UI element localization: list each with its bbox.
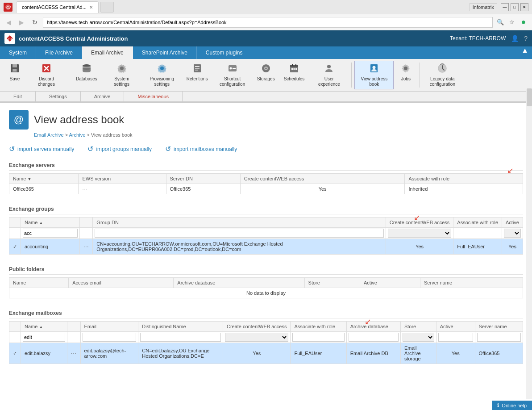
import-servers-label: import servers manually (17, 146, 74, 152)
svg-rect-25 (290, 65, 298, 67)
storages-button[interactable]: Storages (253, 61, 279, 84)
refresh-button[interactable]: ↻ (29, 18, 40, 27)
provisioning-settings-label: Provisioning settings (146, 76, 178, 87)
view-address-book-button[interactable]: View address book (354, 61, 394, 89)
save-button[interactable]: Save (4, 61, 26, 84)
mb-filter-store-select[interactable] (403, 333, 434, 342)
server-name: Office365 (9, 184, 79, 194)
main-nav: System File Archive Email Archive ShareP… (0, 46, 532, 59)
retentions-button[interactable]: Retentions (183, 61, 212, 84)
col-pf-active: Active (360, 278, 420, 288)
mb-filter-dn (138, 332, 223, 343)
mb-filter-access-select[interactable] (225, 333, 289, 342)
import-groups-button[interactable]: ↺ import groups manually (87, 145, 152, 153)
save-label: Save (10, 76, 20, 82)
group-more-btn[interactable]: ··· (83, 244, 89, 249)
nav-tab-sharepoint[interactable]: SharePoint Archive (133, 46, 197, 59)
table-row[interactable]: ✓ edit.balazsy ··· edit.balazsy@tech-arr… (9, 343, 523, 364)
jobs-button[interactable]: Jobs (395, 61, 417, 84)
online-help-bar[interactable]: ℹ Online help (492, 401, 532, 410)
page-header-icon: @ (9, 110, 29, 130)
breadcrumb-email-archive[interactable]: Email Archive (34, 132, 64, 138)
public-folders-title: Public folders (9, 266, 523, 275)
nav-tab-custom-plugins[interactable]: Custom plugins (197, 46, 252, 59)
mb-filter-email-input[interactable] (83, 333, 137, 342)
maximize-btn[interactable]: □ (511, 3, 519, 11)
group-check: ✓ (9, 239, 21, 255)
user-experience-button[interactable]: User experience (309, 61, 349, 89)
mb-filter-active-input[interactable] (438, 333, 473, 342)
tenant-label: Tenant: TECH-ARROW (450, 35, 506, 42)
save-icon (9, 63, 20, 75)
page-content: @ View address book Email Archive > Arch… (0, 103, 532, 410)
nav-tab-file-archive[interactable]: File Archive (36, 46, 82, 59)
system-settings-button[interactable]: System settings (102, 61, 141, 89)
mb-filter-db-input[interactable] (349, 333, 399, 342)
shortcut-config-label: Shortcut configuration (217, 76, 248, 87)
mb-more-btn[interactable]: ··· (71, 351, 76, 356)
green-circle-icon[interactable]: ● (519, 17, 528, 27)
mb-filter-check (9, 332, 21, 343)
filter-dn-input[interactable] (95, 229, 383, 238)
discard-changes-button[interactable]: Discard changes (27, 61, 66, 89)
schedules-button[interactable]: Schedules (280, 61, 309, 84)
toolbar: Save Discard changes Databases System se… (0, 59, 532, 92)
breadcrumb-archive[interactable]: Archive (69, 132, 86, 138)
svg-rect-26 (292, 64, 293, 66)
mb-active: Yes (436, 343, 475, 364)
svg-rect-7 (13, 69, 17, 71)
expand-icon[interactable]: ▲ (518, 46, 532, 59)
mb-filter-dn-input[interactable] (140, 333, 221, 342)
legacy-data-config-button[interactable]: Legacy data configuration (423, 61, 462, 89)
mb-filter-name (21, 332, 67, 343)
shortcut-config-button[interactable]: Shortcut configuration (213, 61, 252, 89)
col-name-servers: Name ▼ (9, 174, 79, 184)
tab-close-icon[interactable]: ✕ (89, 5, 93, 10)
forward-button[interactable]: ▶ (17, 18, 27, 27)
provisioning-settings-button[interactable]: Provisioning settings (142, 61, 182, 89)
mb-email: edit.balazsy@tech-arrow.com (80, 343, 138, 364)
nav-tab-system[interactable]: System (0, 46, 36, 59)
close-btn[interactable]: ✕ (520, 3, 528, 11)
exchange-mailboxes-title: Exchange mailboxes (9, 310, 523, 318)
table-row[interactable]: ✓ accounting ··· CN=accounting,OU=TECHAR… (9, 239, 523, 255)
toolbar-area: Save Discard changes Databases System se… (0, 59, 532, 103)
mb-filter-role-input[interactable] (292, 333, 344, 342)
mb-filter-name-input[interactable] (23, 333, 65, 342)
filter-name-input[interactable] (23, 229, 78, 238)
filter-active-select[interactable] (504, 229, 521, 238)
col-pf-store: Store (304, 278, 360, 288)
user-experience-icon (324, 63, 334, 75)
col-name-groups: Name ▲ (21, 218, 80, 228)
table-row[interactable]: Office365 ··· Office365 Yes Inherited (9, 184, 523, 194)
browser-tab[interactable]: contentACCESS Central Ad... ✕ (16, 1, 99, 13)
scrollbar-thumb[interactable] (527, 88, 532, 106)
filter-access-select[interactable] (388, 229, 452, 238)
star-icon[interactable]: ☆ (507, 17, 517, 27)
mb-server: Office365 (475, 343, 523, 364)
databases-button[interactable]: Databases (72, 61, 101, 84)
address-book-icon (369, 63, 379, 75)
help-icon[interactable]: ? (524, 35, 528, 42)
nav-tab-email-archive[interactable]: Email Archive (82, 46, 133, 59)
minimize-btn[interactable]: — (501, 3, 509, 11)
mb-filter-server-input[interactable] (477, 333, 521, 342)
server-more-btn[interactable]: ··· (82, 186, 87, 192)
search-nav-icon[interactable]: 🔍 (495, 17, 505, 27)
page-header: @ View address book (9, 110, 523, 130)
section-archive[interactable]: Archive (81, 92, 125, 101)
back-button[interactable]: ◀ (4, 18, 14, 27)
jobs-icon (400, 63, 411, 75)
section-miscellaneous[interactable]: Miscellaneous (124, 92, 183, 101)
user-icon[interactable]: 👤 (511, 35, 519, 42)
right-scrollbar[interactable] (526, 88, 532, 399)
import-servers-button[interactable]: ↺ import servers manually (9, 145, 74, 153)
section-edit[interactable]: Edit (0, 92, 36, 101)
import-mailboxes-button[interactable]: ↺ import mailboxes manually (165, 145, 237, 153)
filter-name (21, 228, 80, 239)
section-settings[interactable]: Settings (36, 92, 81, 101)
server-role: Inherited (405, 184, 523, 194)
mb-filter-actions (67, 332, 80, 343)
address-bar[interactable] (43, 17, 493, 28)
svg-rect-20 (233, 68, 236, 69)
